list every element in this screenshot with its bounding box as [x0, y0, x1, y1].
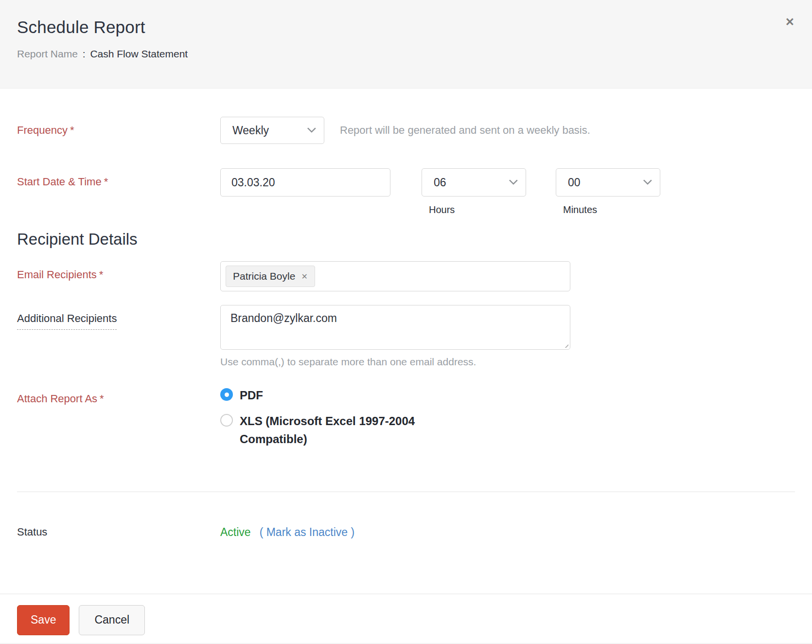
additional-recipients-label: Additional Recipients — [17, 305, 220, 330]
report-name-label: Report Name — [17, 48, 78, 59]
textarea-wrapper: Brandon@zylkar.com — [220, 305, 570, 350]
minutes-stack: 00 Minutes — [556, 168, 660, 215]
required-mark: * — [70, 124, 74, 136]
email-recipients-input[interactable]: Patricia Boyle ✕ — [220, 261, 570, 291]
additional-recipients-textarea[interactable]: Brandon@zylkar.com — [220, 305, 570, 350]
attach-report-as-row: Attach Report As* PDF XLS (Microsoft Exc… — [17, 385, 795, 448]
status-row: Status Active ( Mark as Inactive ) — [17, 519, 795, 539]
radio-option-xls-label[interactable]: XLS (Microsoft Excel 1997-2004 Compatibl… — [240, 412, 427, 448]
additional-recipients-field: Brandon@zylkar.com Use comma(,) to separ… — [220, 305, 570, 368]
additional-recipients-helper: Use comma(,) to separate more than one e… — [220, 356, 570, 368]
chevron-down-icon — [509, 176, 518, 184]
required-mark: * — [104, 176, 108, 188]
frequency-select[interactable]: Weekly — [220, 117, 324, 144]
frequency-label: Frequency* — [17, 117, 220, 137]
dialog-body: Frequency* Weekly Report will be generat… — [0, 117, 812, 539]
status-badge: Active — [220, 526, 251, 539]
attach-report-as-label: Attach Report As* — [17, 385, 220, 405]
chevron-down-icon — [643, 176, 652, 184]
radio-unselected-icon[interactable] — [220, 414, 233, 427]
radio-selected-icon[interactable] — [220, 388, 233, 401]
cancel-button[interactable]: Cancel — [79, 605, 145, 635]
frequency-helper-text: Report will be generated and sent on a w… — [340, 117, 590, 144]
start-date-time-row: Start Date & Time* 06 Hours 00 Minutes — [17, 168, 795, 215]
required-mark: * — [100, 393, 104, 405]
start-date-time-label: Start Date & Time* — [17, 168, 220, 188]
hours-stack: 06 Hours — [422, 168, 526, 215]
minutes-select[interactable]: 00 — [556, 168, 660, 197]
hours-select[interactable]: 06 — [422, 168, 526, 197]
minutes-select-value: 00 — [568, 176, 581, 189]
divider — [17, 491, 795, 492]
email-recipients-row: Email Recipients* Patricia Boyle ✕ — [17, 261, 795, 291]
radio-option-pdf[interactable]: PDF — [220, 386, 427, 404]
chevron-down-icon — [307, 124, 316, 132]
report-name-value: Cash Flow Statement — [90, 48, 188, 59]
hours-caption: Hours — [429, 204, 526, 215]
radio-option-pdf-label[interactable]: PDF — [240, 386, 263, 404]
additional-recipients-row: Additional Recipients Brandon@zylkar.com… — [17, 305, 795, 368]
chip-remove-icon[interactable]: ✕ — [301, 272, 307, 281]
radio-option-xls[interactable]: XLS (Microsoft Excel 1997-2004 Compatibl… — [220, 412, 427, 448]
mark-as-inactive-link[interactable]: ( Mark as Inactive ) — [260, 526, 355, 539]
recipient-chip: Patricia Boyle ✕ — [226, 266, 315, 287]
required-mark: * — [99, 268, 104, 281]
recipient-chip-name: Patricia Boyle — [233, 270, 295, 282]
dialog-header: ✕ Schedule Report Report Name : Cash Flo… — [0, 0, 812, 89]
status-value-group: Active ( Mark as Inactive ) — [220, 519, 354, 539]
report-name-separator: : — [83, 48, 86, 59]
start-date-input[interactable] — [220, 168, 390, 197]
close-icon[interactable]: ✕ — [785, 17, 794, 28]
frequency-row: Frequency* Weekly Report will be generat… — [17, 117, 795, 144]
frequency-select-value: Weekly — [232, 124, 269, 137]
attach-report-options: PDF XLS (Microsoft Excel 1997-2004 Compa… — [220, 385, 427, 448]
status-label: Status — [17, 519, 220, 538]
report-name-line: Report Name : Cash Flow Statement — [17, 48, 793, 60]
email-recipients-label: Email Recipients* — [17, 261, 220, 281]
page-title: Schedule Report — [17, 18, 793, 37]
dialog-footer: Save Cancel — [0, 594, 812, 635]
minutes-caption: Minutes — [563, 204, 660, 215]
hours-select-value: 06 — [434, 176, 446, 189]
schedule-report-dialog: ✕ Schedule Report Report Name : Cash Flo… — [0, 0, 812, 644]
save-button[interactable]: Save — [17, 605, 70, 635]
recipient-details-heading: Recipient Details — [17, 230, 795, 249]
